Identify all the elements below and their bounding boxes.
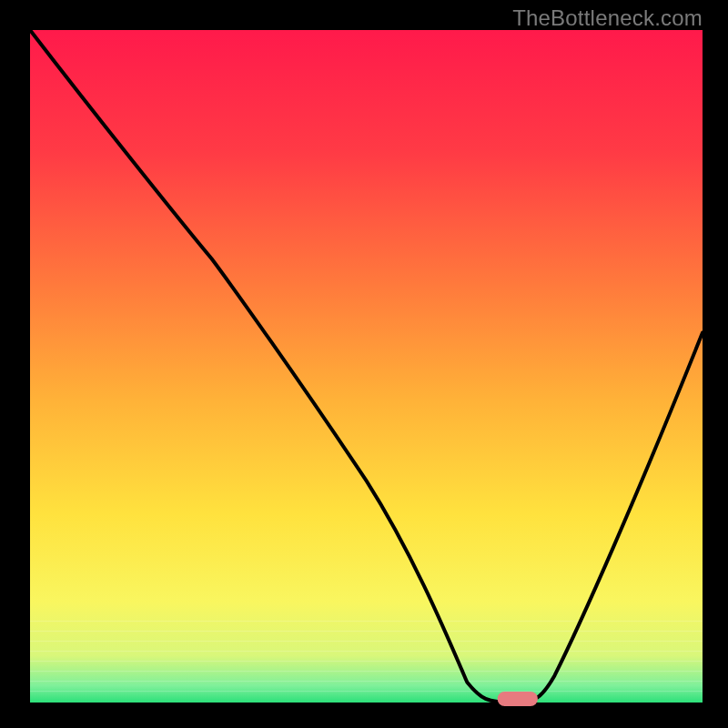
plot-background <box>30 30 703 703</box>
gradient-band <box>30 681 703 682</box>
gradient-band <box>30 641 703 642</box>
gradient-band <box>30 661 703 662</box>
optimal-marker <box>498 692 538 706</box>
gradient-band <box>30 671 703 672</box>
gradient-band <box>30 651 703 652</box>
bottleneck-chart <box>0 0 728 728</box>
gradient-band <box>30 631 703 632</box>
gradient-band <box>30 691 703 692</box>
gradient-band <box>30 621 703 622</box>
chart-frame: TheBottleneck.com <box>0 0 728 728</box>
